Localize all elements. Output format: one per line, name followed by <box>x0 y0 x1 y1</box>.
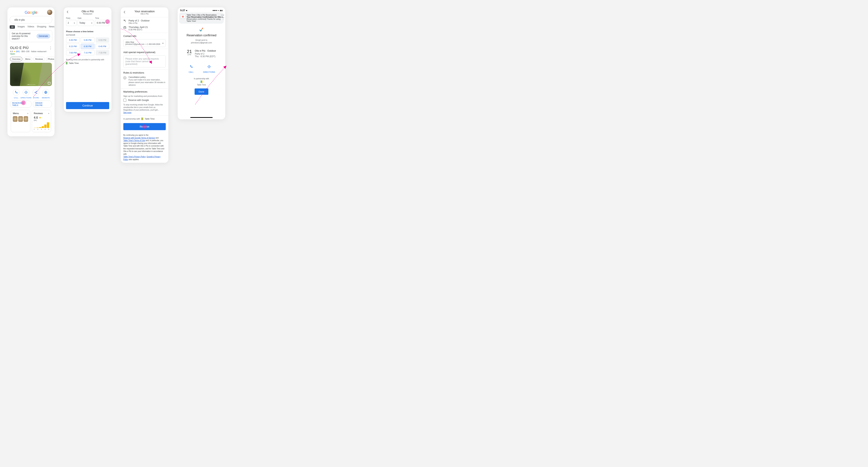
date-select[interactable]: Today▾ <box>78 20 94 26</box>
tab-news[interactable]: News <box>49 25 55 29</box>
directions-icon <box>24 91 28 94</box>
avatar[interactable] <box>47 10 52 15</box>
expand-icon[interactable] <box>48 82 51 85</box>
time-slot[interactable]: 6:45 PM <box>96 44 109 49</box>
see-more-link[interactable]: See more <box>123 112 131 114</box>
directions-action[interactable]: DIRECTIONS <box>203 63 215 73</box>
globe-icon <box>44 91 48 94</box>
chevron-right-icon: ▸ <box>163 42 164 44</box>
call-action[interactable]: CALL <box>11 89 21 99</box>
ai-overview-text: Get an AI-powered overview for this sear… <box>12 32 35 40</box>
tt-tos-link[interactable]: Table Time's Terms of Use <box>123 140 145 142</box>
continue-button[interactable]: Continue <box>66 102 109 109</box>
rating-histogram <box>34 122 49 128</box>
search-bar[interactable] <box>10 16 52 24</box>
tab-photos[interactable]: Photos <box>46 57 55 61</box>
time-slot[interactable]: 6:15 PM <box>66 44 80 49</box>
seating-section-label: OUTDOOR <box>66 34 109 36</box>
directions-action[interactable]: DIRECTIONS <box>21 89 31 99</box>
svg-point-4 <box>35 92 35 93</box>
gmail-icon: M <box>181 15 185 19</box>
page-title: Olio e Più <box>70 10 105 13</box>
chevron-down-icon: ▾ <box>106 22 107 24</box>
marketing-checkbox[interactable] <box>123 99 126 102</box>
table-time-icon <box>201 81 203 83</box>
business-meta: 4.6 ★ (6K) · $50–100 · Italian restauran… <box>10 50 52 55</box>
time-slot: 7:30 PM <box>96 50 109 55</box>
photo-carousel[interactable] <box>10 63 52 86</box>
rwg-tos-link[interactable]: Reserve with Google Terms of Service <box>123 137 155 139</box>
reservation-summary: 21APR Olio e Più · OutdoorParty of 2Thu … <box>178 49 225 58</box>
party-select[interactable]: 2▾ <box>66 20 76 26</box>
reserve-table-button[interactable]: RESERVE A TABLE <box>10 100 31 108</box>
tab-overview[interactable]: Overview <box>10 57 22 61</box>
generate-button[interactable]: Generate <box>36 34 50 38</box>
time-slot: 6:00 PM <box>96 37 109 42</box>
ai-overview-banner: Get an AI-powered overview for this sear… <box>10 30 52 42</box>
tab-images[interactable]: Images <box>18 25 25 29</box>
legal-text: By continuing you agree to the Reserve w… <box>121 132 168 163</box>
website-action[interactable]: WEBSITE <box>41 89 51 99</box>
tab-shopping[interactable]: Shopping <box>37 25 46 29</box>
order-online-button[interactable]: ORDER ONLINE <box>33 100 52 108</box>
table-time-icon <box>66 62 68 64</box>
home-indicator[interactable] <box>190 117 213 118</box>
google-logo: Google <box>25 10 37 15</box>
contact-info-button[interactable]: John Doejohndoe12@gmail.com + 1 458-849-… <box>123 39 166 47</box>
back-button[interactable] <box>66 10 70 14</box>
call-action[interactable]: CALL <box>188 63 194 73</box>
time-slot[interactable]: 7:15 PM <box>81 50 94 55</box>
email-notification[interactable]: M Table Time | Olio e Più Reservationsno… <box>179 12 224 24</box>
chevron-right-icon: › <box>49 112 49 115</box>
chevron-right-icon: › <box>27 112 28 115</box>
google-search-screen: Google All Images Videos Shopping News M… <box>7 7 55 136</box>
tab-all[interactable]: All <box>10 25 15 29</box>
business-name: OLIO E PIÙ <box>10 46 29 50</box>
cancellation-icon: ✕ <box>123 76 126 79</box>
partner-text: Booking times are provided in partnershi… <box>66 59 109 61</box>
time-slot[interactable]: 5:30 PM <box>66 37 80 42</box>
confirmation-text: Reservation confirmed <box>180 34 223 37</box>
reviews-card[interactable]: Reviews› 4.6★ (6K) 12345 <box>32 110 51 132</box>
search-tabs: All Images Videos Shopping News Maps <box>7 24 55 30</box>
svg-point-3 <box>36 91 37 92</box>
table-time-icon <box>142 117 143 120</box>
svg-rect-7 <box>124 27 126 29</box>
reserve-button[interactable]: Reserve <box>123 123 166 130</box>
time-slot-grid: 5:30 PM5:45 PM6:00 PM6:15 PM6:30 PM6:45 … <box>64 37 112 55</box>
reservation-review-screen: Your reservationOlio e Più Party of 2 · … <box>121 7 168 163</box>
chevron-down-icon: ▾ <box>74 22 75 24</box>
tab-menu[interactable]: Menu <box>24 57 32 61</box>
more-menu-icon[interactable]: ⋮ <box>49 46 52 50</box>
tab-videos[interactable]: Videos <box>28 25 34 29</box>
confirmation-screen: 5:27 ◂ ●●● ⏦ ▮▮ M Table Time | Olio e Pi… <box>178 7 225 119</box>
page-title: Your reservation <box>127 10 162 13</box>
phone-icon <box>190 65 193 68</box>
chevron-down-icon: ▾ <box>91 22 92 24</box>
search-input[interactable] <box>14 18 47 22</box>
menu-card[interactable]: Menu› <box>11 110 30 132</box>
share-icon <box>34 91 38 94</box>
svg-point-5 <box>36 93 37 94</box>
time-slot[interactable]: 7:00 PM <box>66 50 80 55</box>
choose-time-label: Please choose a time below: <box>66 30 109 33</box>
phone-icon <box>14 91 18 94</box>
back-button[interactable] <box>123 10 127 14</box>
time-picker-screen: Olio e PiùRestaurant Party2▾ DateToday▾ … <box>64 7 112 112</box>
time-slot[interactable]: 5:45 PM <box>81 37 94 42</box>
special-request-input[interactable]: Please enter any special requests (note … <box>123 56 166 67</box>
status-bar: 5:27 ◂ ●●● ⏦ ▮▮ <box>178 7 225 12</box>
tab-reviews[interactable]: Reviews <box>33 57 45 61</box>
tt-privacy-link[interactable]: Table Time's Privacy Policy <box>123 156 146 158</box>
checkmark-icon <box>178 27 225 33</box>
directions-icon <box>208 65 211 68</box>
calendar-icon <box>123 26 126 29</box>
done-button[interactable]: Done <box>194 88 208 95</box>
time-select[interactable]: 6:30 PM▾ <box>95 20 109 26</box>
share-action[interactable]: SHARE <box>31 89 41 99</box>
cutlery-icon <box>123 20 126 23</box>
time-slot[interactable]: 6:30 PM <box>81 44 94 49</box>
